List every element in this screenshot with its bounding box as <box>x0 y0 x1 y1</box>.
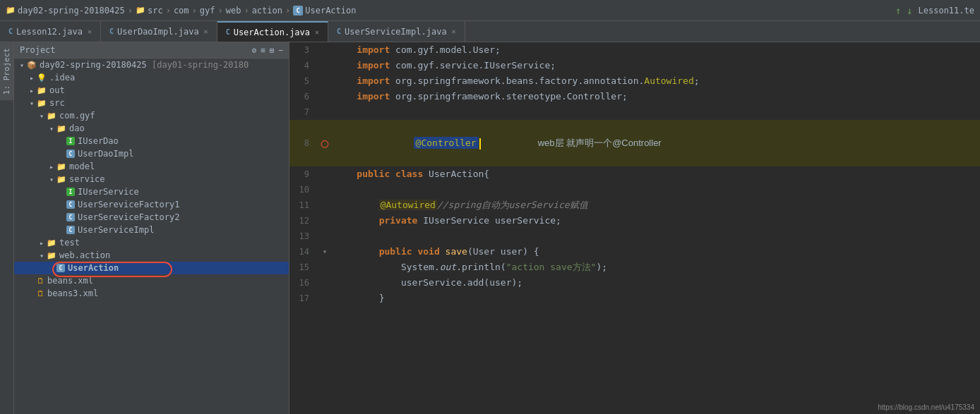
tree-item-factory1[interactable]: C UserSereviceFactory1 <box>14 198 289 211</box>
line-number: 10 <box>289 182 318 197</box>
annotation-comment-zh: web层 就声明一个@Controller <box>538 138 662 148</box>
breadcrumb-project[interactable]: 📁 day02-spring-20180425 <box>6 6 125 16</box>
tab-close-icon[interactable]: ✕ <box>452 28 456 35</box>
line-content[interactable]: import org.springframework.stereotype.Co… <box>332 89 980 104</box>
tab-userserviceimpl[interactable]: C UserServiceImpl.java ✕ <box>328 21 465 42</box>
breadcrumb-class[interactable]: C UserAction <box>293 6 356 16</box>
class-c-icon: C <box>293 6 303 16</box>
code-line-16: 16 userService.add(user); <box>289 275 980 291</box>
right-tab-label[interactable]: Lesson11.te <box>919 6 974 16</box>
tree-item-service[interactable]: 📁 service <box>14 173 289 185</box>
line-gutter: ▾ <box>318 244 332 260</box>
tab-lesson12[interactable]: C Lesson12.java ✕ <box>0 21 101 42</box>
tree-item-root[interactable]: 📦 day02-spring-20180425 [day01-spring-20… <box>14 59 289 71</box>
line-content[interactable]: import com.gyf.service.IUserService; <box>332 58 980 73</box>
line-content[interactable]: import com.gyf.model.User; <box>332 42 980 58</box>
tab-bar: C Lesson12.java ✕ C UserDaoImpl.java ✕ C… <box>0 21 980 42</box>
idea-icon: 💡 <box>37 73 47 83</box>
main-content: 1: Project Project ⚙ ≡ ⊞ − 📦 day02-sprin… <box>0 42 980 414</box>
xml-icon: 🗒 <box>37 276 44 286</box>
title-bar: 📁 day02-spring-20180425 › 📁 src › com › … <box>0 0 980 21</box>
code-line-7: 7 <box>289 104 980 120</box>
tree-item-src[interactable]: 📁 src <box>14 97 289 109</box>
line-content[interactable]: } <box>332 291 980 306</box>
sidebar-project-tab[interactable]: 1: Project <box>0 42 13 100</box>
folder-icon: 📁 <box>47 238 56 248</box>
tab-close-icon[interactable]: ✕ <box>88 28 92 35</box>
navigate-down-icon[interactable]: ↓ <box>907 5 912 16</box>
line-content[interactable]: public class UserAction{ <box>332 166 980 182</box>
tree-item-out[interactable]: 📁 out <box>14 84 289 97</box>
project-tree[interactable]: Project ⚙ ≡ ⊞ − 📦 day02-spring-20180425 … <box>14 42 289 414</box>
expand-icon[interactable]: ⊞ <box>270 46 275 55</box>
tree-item-userdaoimpl[interactable]: C UserDaoImpl <box>14 147 289 160</box>
tree-arrow <box>27 87 37 95</box>
tree-item-webaction[interactable]: 📁 web.action <box>14 249 289 262</box>
tree-arrow <box>47 176 56 183</box>
code-lines: 3 import com.gyf.model.User; 4 import co… <box>289 42 980 306</box>
line-content[interactable] <box>332 182 980 197</box>
breadcrumb-gyf[interactable]: gyf <box>200 6 215 16</box>
tab-userdaoimpl[interactable]: C UserDaoImpl.java ✕ <box>101 21 217 42</box>
line-content[interactable]: private IUserService userService; <box>332 213 980 229</box>
tree-item-dao[interactable]: 📁 dao <box>14 122 289 135</box>
code-editor[interactable]: 3 import com.gyf.model.User; 4 import co… <box>289 42 980 414</box>
class-icon: C <box>66 226 75 234</box>
settings-icon[interactable]: ⚙ <box>252 46 257 55</box>
tree-item-iuserdao[interactable]: I IUserDao <box>14 135 289 147</box>
tree-item-factory2[interactable]: C UserSereviceFactory2 <box>14 211 289 224</box>
line-content[interactable]: userService.add(user); <box>332 275 980 291</box>
class-icon: C <box>66 213 75 221</box>
tree-item-test[interactable]: 📁 test <box>14 236 289 249</box>
sidebar-panel: 1: Project <box>0 42 14 414</box>
line-content[interactable] <box>332 229 980 244</box>
breadcrumb-src[interactable]: 📁 src <box>136 6 163 16</box>
line-content[interactable]: @Controllerweb层 就声明一个@Controller <box>332 120 980 166</box>
tree-item-beans3xml[interactable]: 🗒 beans3.xml <box>14 287 289 300</box>
line-number: 12 <box>289 213 318 229</box>
autowired-annotation: @Autowired <box>379 200 437 210</box>
tree-item-useraction[interactable]: C UserAction <box>14 262 289 274</box>
options-icon[interactable]: ≡ <box>261 46 265 55</box>
tree-item-iuserservice[interactable]: I IUserService <box>14 185 289 198</box>
folder-icon: 📁 <box>37 86 47 95</box>
breadcrumb-web[interactable]: web <box>226 6 241 16</box>
tree-item-comgyf[interactable]: 📁 com.gyf <box>14 109 289 122</box>
interface-icon: I <box>66 188 75 196</box>
code-line-13: 13 <box>289 229 980 244</box>
line-number: 11 <box>289 197 318 213</box>
tab-useraction[interactable]: C UserAction.java ✕ <box>217 21 328 42</box>
tab-close-icon[interactable]: ✕ <box>315 28 319 36</box>
breadcrumb-action[interactable]: action <box>252 6 282 16</box>
tree-item-idea[interactable]: 💡 .idea <box>14 71 289 84</box>
breadcrumb-com[interactable]: com <box>174 6 189 16</box>
interface-icon: I <box>66 137 75 145</box>
line-number: 7 <box>289 104 318 120</box>
tab-close-icon[interactable]: ✕ <box>204 28 208 35</box>
line-content[interactable]: import org.springframework.beans.factory… <box>332 73 980 89</box>
line-number: 13 <box>289 229 318 244</box>
code-line-3: 3 import com.gyf.model.User; <box>289 42 980 58</box>
fold-arrow-icon[interactable]: ▾ <box>323 244 327 260</box>
line-content[interactable]: System.out.println("action save方法"); <box>332 260 980 275</box>
navigate-up-icon[interactable]: ↑ <box>895 5 901 16</box>
project-header-icons: ⚙ ≡ ⊞ − <box>252 46 284 55</box>
tree-item-userserviceimpl[interactable]: C UserServiceImpl <box>14 224 289 236</box>
tree-item-model[interactable]: 📁 model <box>14 160 289 173</box>
tab-icon: C <box>8 28 13 35</box>
folder-icon: 📁 <box>6 6 16 15</box>
tree-arrow <box>47 163 56 171</box>
code-line-8: 8 ○ @Controllerweb层 就声明一个@Controller <box>289 120 980 166</box>
line-content[interactable]: public void save(User user) { <box>332 244 980 260</box>
code-line-12: 12 private IUserService userService; <box>289 213 980 229</box>
code-line-9: 9 public class UserAction{ <box>289 166 980 182</box>
line-content[interactable]: @Autowired//spring自动为userService赋值 <box>332 197 980 213</box>
line-number: 16 <box>289 275 318 291</box>
line-content[interactable] <box>332 104 980 120</box>
tree-arrow <box>47 125 56 133</box>
watermark: https://blog.csdn.net/u4175334 <box>878 403 974 411</box>
collapse-icon[interactable]: − <box>278 46 283 55</box>
tree-item-beansxml[interactable]: 🗒 beans.xml <box>14 274 289 287</box>
line-number: 6 <box>289 89 318 104</box>
circle-indicator: ○ <box>321 137 329 150</box>
